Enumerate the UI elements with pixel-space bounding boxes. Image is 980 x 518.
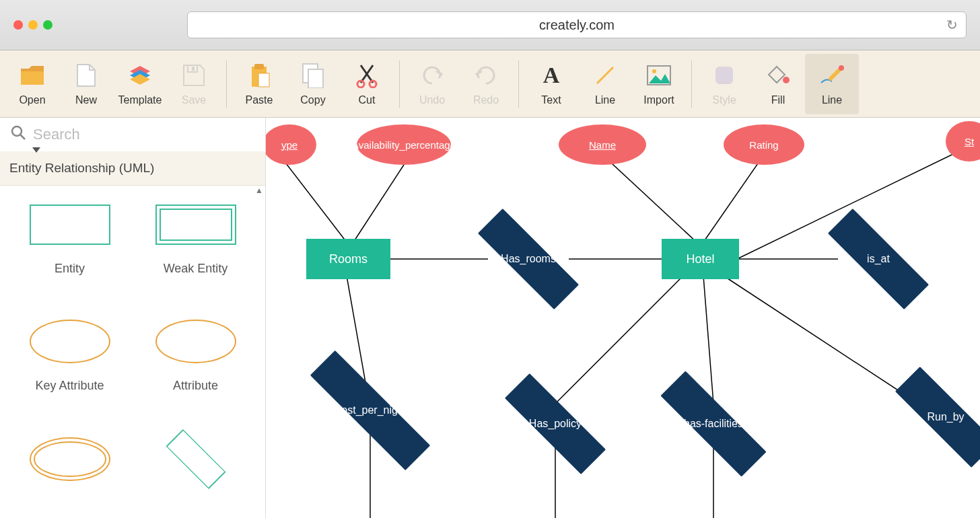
line-style-button[interactable]: Line <box>805 54 859 114</box>
relationship-run-by[interactable]: Run_by <box>892 387 980 447</box>
attribute-type[interactable]: ype <box>266 124 316 165</box>
fill-label: Fill <box>771 94 785 106</box>
new-label: New <box>75 94 97 106</box>
line-tool-icon <box>593 62 617 89</box>
shape-label: Entity <box>55 262 85 276</box>
shape-category-header[interactable]: Entity Relationship (UML) <box>0 151 265 186</box>
refresh-icon[interactable]: ↻ <box>946 17 958 33</box>
svg-line-27 <box>703 276 713 404</box>
new-button[interactable]: New <box>59 54 113 114</box>
svg-line-26 <box>555 276 683 404</box>
template-label: Template <box>118 94 162 106</box>
copy-icon <box>302 62 324 89</box>
search-row <box>0 118 265 151</box>
relationship-has-facilities[interactable]: has-facilities <box>656 394 771 454</box>
new-file-icon <box>76 62 96 89</box>
save-label: Save <box>182 94 206 106</box>
cut-label: Cut <box>359 94 376 106</box>
save-icon <box>182 62 205 89</box>
svg-rect-6 <box>308 69 323 88</box>
attribute-name[interactable]: Name <box>559 124 646 165</box>
line-tool-button[interactable]: Line <box>578 54 632 114</box>
shape-key-attribute[interactable]: Key Attribute <box>7 316 133 413</box>
svg-point-7 <box>357 81 364 87</box>
relationship-cost-per-night[interactable]: Cost_per_night <box>303 380 438 441</box>
entity-rooms[interactable]: Rooms <box>306 239 390 279</box>
cut-icon <box>355 62 378 89</box>
svg-line-18 <box>353 165 404 242</box>
search-icon[interactable] <box>10 124 26 145</box>
search-input[interactable] <box>33 126 255 143</box>
sidebar: Entity Relationship (UML) ▲ Entity Weak … <box>0 118 266 518</box>
text-button[interactable]: A Text <box>524 54 578 114</box>
attribute-rating[interactable]: Rating <box>724 124 804 165</box>
shape-multivalued-attribute[interactable] <box>7 434 133 505</box>
attribute-availability-percentage[interactable]: Availability_percentage <box>357 124 451 165</box>
svg-line-21 <box>602 155 697 242</box>
open-label: Open <box>19 94 45 106</box>
relationship-has-rooms[interactable]: Has_rooms <box>475 229 582 289</box>
minimize-window-icon[interactable] <box>28 20 38 30</box>
svg-line-16 <box>20 135 25 139</box>
svg-line-17 <box>279 155 347 242</box>
svg-point-15 <box>12 126 22 136</box>
style-label: Style <box>712 94 736 106</box>
folder-icon <box>20 62 45 89</box>
svg-point-11 <box>652 69 656 73</box>
main-area: Entity Relationship (UML) ▲ Entity Weak … <box>0 118 980 518</box>
style-icon <box>713 62 736 89</box>
fill-button[interactable]: Fill <box>751 54 805 114</box>
open-button[interactable]: Open <box>5 54 59 114</box>
undo-button[interactable]: Undo <box>405 54 459 114</box>
paste-button[interactable]: Paste <box>232 54 286 114</box>
cut-button[interactable]: Cut <box>340 54 394 114</box>
line-style-icon <box>818 62 845 89</box>
url-bar[interactable]: creately.com ↻ <box>187 11 967 38</box>
shape-weak-entity[interactable]: Weak Entity <box>133 199 258 296</box>
save-button[interactable]: Save <box>167 54 221 114</box>
svg-line-9 <box>597 67 613 83</box>
close-window-icon[interactable] <box>13 20 23 30</box>
dropdown-indicator-icon[interactable] <box>32 147 40 153</box>
line-style-label: Line <box>822 94 842 106</box>
svg-line-22 <box>703 155 764 242</box>
import-label: Import <box>643 94 674 106</box>
copy-button[interactable]: Copy <box>286 54 340 114</box>
fill-icon <box>766 62 790 89</box>
svg-rect-4 <box>258 73 269 87</box>
import-button[interactable]: Import <box>632 54 686 114</box>
shape-relationship[interactable] <box>133 434 258 505</box>
svg-rect-3 <box>254 64 264 69</box>
undo-label: Undo <box>419 94 445 106</box>
svg-point-8 <box>370 81 376 87</box>
line-tool-label: Line <box>595 94 615 106</box>
shape-label: Key Attribute <box>35 379 104 393</box>
undo-icon <box>420 62 444 89</box>
svg-rect-12 <box>715 67 733 84</box>
shape-entity[interactable]: Entity <box>7 199 133 296</box>
redo-button[interactable]: Redo <box>459 54 513 114</box>
relationship-is-at[interactable]: is_at <box>825 229 932 289</box>
svg-point-13 <box>783 77 790 83</box>
attribute-st-partial[interactable]: St <box>946 121 980 161</box>
toolbar: Open New Template Save Paste <box>0 50 980 118</box>
shape-attribute[interactable]: Attribute <box>133 316 258 413</box>
style-button[interactable]: Style <box>697 54 751 114</box>
shape-palette: ▲ Entity Weak Entity Key Attribute Attri… <box>0 186 265 518</box>
entity-hotel[interactable]: Hotel <box>662 239 739 279</box>
scroll-up-icon[interactable]: ▲ <box>254 186 264 195</box>
paste-icon <box>248 62 271 89</box>
diagram-canvas[interactable]: ype Availability_percentage Name Rating … <box>266 118 980 518</box>
relationship-has-policy[interactable]: Has_policy <box>501 394 609 454</box>
redo-label: Redo <box>473 94 499 106</box>
shape-label: Weak Entity <box>164 262 228 276</box>
window-controls <box>13 20 53 30</box>
svg-point-14 <box>839 65 844 71</box>
template-button[interactable]: Template <box>113 54 167 114</box>
text-icon: A <box>543 62 560 89</box>
shape-label: Attribute <box>173 379 218 393</box>
maximize-window-icon[interactable] <box>43 20 53 30</box>
import-icon <box>646 62 672 89</box>
template-icon <box>127 62 153 89</box>
paste-label: Paste <box>246 94 273 106</box>
